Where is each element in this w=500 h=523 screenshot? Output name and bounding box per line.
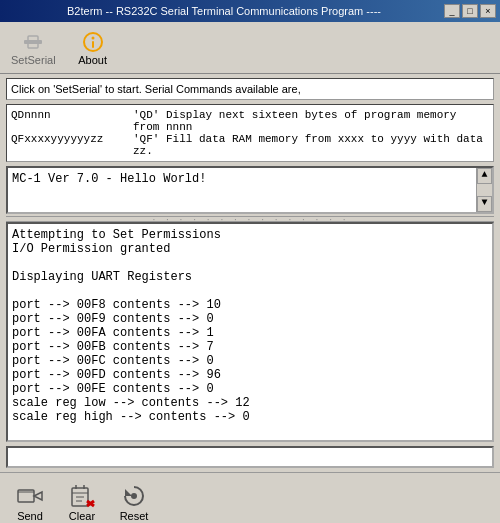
- cmd-name-1: QDnnnn: [11, 109, 121, 133]
- output-line: Displaying UART Registers: [12, 270, 488, 284]
- reset-icon: [120, 482, 148, 510]
- reset-label: Reset: [120, 510, 149, 522]
- splitter-dots: · · · · · · · · · · · · · · ·: [151, 215, 348, 224]
- title-bar: B2term -- RS232C Serial Terminal Communi…: [0, 0, 500, 22]
- command-input[interactable]: [8, 448, 492, 466]
- bottom-toolbar: Send Clear Reset: [0, 472, 500, 523]
- output-line: port --> 00FD contents --> 96: [12, 368, 488, 382]
- clear-label: Clear: [69, 510, 95, 522]
- output-line: port --> 00F8 contents --> 10: [12, 298, 488, 312]
- output-line: [12, 284, 488, 298]
- output-line: port --> 00FC contents --> 0: [12, 354, 488, 368]
- clear-icon: [68, 482, 96, 510]
- output-line: Attempting to Set Permissions: [12, 228, 488, 242]
- cmd-name-2: QFxxxxyyyyyyzz: [11, 133, 121, 157]
- clear-button[interactable]: Clear: [58, 479, 106, 524]
- input-area[interactable]: [6, 446, 494, 468]
- output-line: port --> 00FE contents --> 0: [12, 382, 488, 396]
- about-button[interactable]: About: [69, 27, 117, 69]
- minimize-button[interactable]: _: [444, 4, 460, 18]
- output-line: port --> 00F9 contents --> 0: [12, 312, 488, 326]
- output-line: scale reg high --> contents --> 0: [12, 410, 488, 424]
- send-icon: [16, 482, 44, 510]
- scrollbar-top[interactable]: ▲ ▼: [476, 168, 492, 212]
- output-line: port --> 00FA contents --> 1: [12, 326, 488, 340]
- svg-point-19: [131, 493, 137, 499]
- reset-button[interactable]: Reset: [110, 479, 158, 524]
- scroll-down-top[interactable]: ▼: [477, 196, 492, 212]
- scroll-up-top[interactable]: ▲: [477, 168, 492, 184]
- close-button[interactable]: ×: [480, 4, 496, 18]
- command-row-2: QFxxxxyyyyyyzz 'QF' Fill data RAM memory…: [11, 133, 489, 157]
- output-bottom-panel[interactable]: Attempting to Set PermissionsI/O Permiss…: [6, 222, 494, 442]
- info-area: Click on 'SetSerial' to start. Serial Co…: [6, 78, 494, 100]
- svg-rect-6: [92, 41, 94, 48]
- svg-marker-18: [125, 489, 132, 496]
- command-row-1: QDnnnn 'QD' Display next sixteen bytes o…: [11, 109, 489, 133]
- info-text: Click on 'SetSerial' to start. Serial Co…: [11, 83, 301, 95]
- send-button[interactable]: Send: [6, 479, 54, 524]
- output-line: port --> 00FB contents --> 7: [12, 340, 488, 354]
- setserial-label: SetSerial: [11, 54, 56, 66]
- svg-point-5: [91, 36, 94, 39]
- cmd-desc-1: 'QD' Display next sixteen bytes of progr…: [133, 109, 489, 133]
- maximize-button[interactable]: □: [462, 4, 478, 18]
- commands-area: QDnnnn 'QD' Display next sixteen bytes o…: [6, 104, 494, 162]
- output-line: scale reg low --> contents --> 12: [12, 396, 488, 410]
- output-line: [12, 256, 488, 270]
- send-label: Send: [17, 510, 43, 522]
- output-line: I/O Permission granted: [12, 242, 488, 256]
- title-text: B2term -- RS232C Serial Terminal Communi…: [4, 5, 444, 17]
- title-bar-buttons: _ □ ×: [444, 4, 496, 18]
- svg-marker-9: [34, 492, 42, 500]
- setserial-icon: [21, 30, 45, 54]
- about-label: About: [78, 54, 107, 66]
- cmd-desc-2: 'QF' Fill data RAM memory from xxxx to y…: [133, 133, 489, 157]
- output-top-panel: MC-1 Ver 7.0 - Hello World! ▲ ▼: [6, 166, 494, 214]
- setserial-button[interactable]: SetSerial: [6, 27, 61, 69]
- toolbar: SetSerial About: [0, 22, 500, 74]
- output-top-line-1: MC-1 Ver 7.0 - Hello World!: [12, 172, 488, 186]
- about-icon: [81, 30, 105, 54]
